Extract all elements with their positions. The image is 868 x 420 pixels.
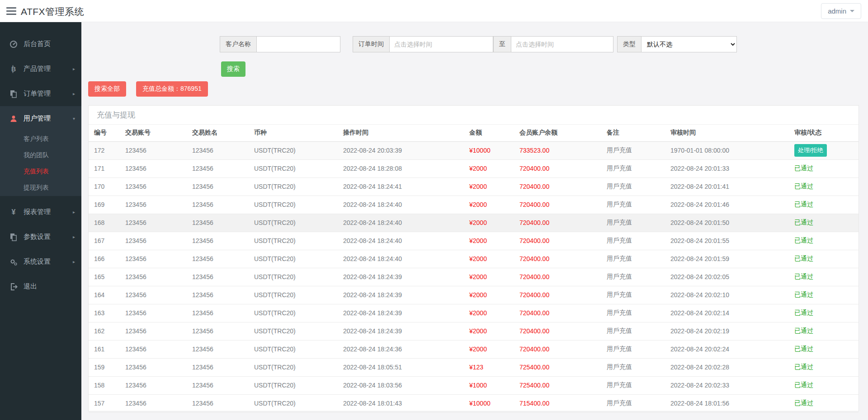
sidebar-item-dashboard[interactable]: 后台首页	[0, 32, 81, 56]
order-time-start-input[interactable]	[389, 36, 493, 52]
table-header-cell: 币种	[249, 125, 338, 141]
row-currency: USDT(TRC20)	[249, 196, 338, 214]
row-audit-time: 2022-08-24 20:02:33	[665, 376, 789, 394]
row-balance: 720400.00	[514, 286, 601, 304]
order-time-label: 订单时间	[353, 36, 390, 52]
submenu-item-label: 客户列表	[24, 135, 49, 143]
type-select[interactable]: 默认不选	[641, 36, 737, 52]
order-time-end-input[interactable]	[511, 36, 613, 52]
row-note: 用戶充值	[601, 286, 665, 304]
yen-icon: ¥	[9, 208, 19, 216]
table-header-cell: 操作时间	[338, 125, 464, 141]
row-currency: USDT(TRC20)	[249, 340, 338, 358]
recharge-total-button[interactable]: 充值总金额：876951	[136, 81, 208, 97]
status-text: 已通过	[794, 381, 813, 388]
type-label: 类型	[617, 36, 642, 52]
row-account: 123456	[120, 232, 187, 250]
row-currency: USDT(TRC20)	[249, 214, 338, 232]
table-header-cell: 交易姓名	[187, 125, 249, 141]
row-status-cell: 已通过	[789, 177, 859, 196]
table-row: 164123456123456USDT(TRC20)2022-08-24 18:…	[89, 286, 859, 304]
row-account: 123456	[120, 286, 187, 304]
submenu-item-label: 我的团队	[24, 151, 49, 159]
row-name: 123456	[187, 340, 249, 358]
row-status-cell: 已通过	[789, 358, 859, 376]
submenu-item-customer-list[interactable]: 客户列表	[0, 131, 81, 147]
table-header-cell: 金额	[464, 125, 514, 141]
row-audit-time: 1970-01-01 08:00:00	[665, 141, 789, 159]
dashboard-icon	[9, 40, 19, 48]
submenu-item-label: 充值列表	[24, 168, 49, 176]
search-button[interactable]: 搜索	[221, 61, 245, 77]
submenu-item-withdraw-list[interactable]: 提现列表	[0, 180, 81, 196]
row-op-time: 2022-08-24 18:24:41	[338, 177, 464, 196]
row-balance: 733523.00	[514, 141, 601, 159]
sidebar-item-params[interactable]: 参数设置 ▸	[0, 224, 81, 249]
row-account: 123456	[120, 159, 187, 177]
row-note: 用戶充值	[601, 376, 665, 394]
row-note: 用戶充值	[601, 394, 665, 412]
row-account: 123456	[120, 376, 187, 394]
sidebar-item-users[interactable]: 用户管理 ▾	[0, 106, 81, 131]
table-row: 162123456123456USDT(TRC20)2022-08-24 18:…	[89, 322, 859, 340]
row-note: 用戶充值	[601, 268, 665, 286]
row-op-time: 2022-08-24 18:24:40	[338, 250, 464, 268]
row-id: 166	[89, 250, 120, 268]
status-text: 已通过	[794, 363, 813, 370]
status-text: 已通过	[794, 255, 813, 262]
status-text: 已通过	[794, 399, 813, 406]
sidebar-item-system[interactable]: 系统设置 ▸	[0, 249, 81, 274]
chevron-right-icon: ▸	[73, 259, 75, 264]
row-op-time: 2022-08-24 18:03:56	[338, 376, 464, 394]
row-balance: 720400.00	[514, 214, 601, 232]
row-status-cell: 已通过	[789, 232, 859, 250]
row-status-cell: 已通过	[789, 286, 859, 304]
row-note: 用戶充值	[601, 304, 665, 322]
sidebar: 后台首页 B 产品管理 ▸ 订单管理 ▸ 用户管理 ▾ 客户列表 我的团队 充值…	[0, 22, 81, 420]
row-note: 用戶充值	[601, 250, 665, 268]
table-header-cell: 交易账号	[120, 125, 187, 141]
row-name: 123456	[187, 394, 249, 412]
sidebar-item-reports[interactable]: ¥ 报表管理 ▸	[0, 200, 81, 224]
sidebar-item-label: 系统设置	[24, 257, 51, 266]
hamburger-menu-icon[interactable]	[6, 7, 16, 15]
row-name: 123456	[187, 159, 249, 177]
row-audit-time: 2022-08-24 20:02:14	[665, 304, 789, 322]
row-amount: ¥2000	[464, 304, 514, 322]
status-text: 已通过	[794, 273, 813, 280]
submenu-item-recharge-list[interactable]: 充值列表	[0, 163, 81, 180]
row-name: 123456	[187, 322, 249, 340]
status-text: 已通过	[794, 237, 813, 244]
row-amount: ¥2000	[464, 159, 514, 177]
row-currency: USDT(TRC20)	[249, 286, 338, 304]
row-id: 167	[89, 232, 120, 250]
main-content: 客户名称 订单时间 至 类型 默认不选 搜索 搜索全部 充值总金额：876951…	[81, 22, 868, 420]
row-op-time: 2022-08-24 18:24:39	[338, 268, 464, 286]
sidebar-item-orders[interactable]: 订单管理 ▸	[0, 81, 81, 106]
sidebar-item-logout[interactable]: 退出	[0, 274, 81, 299]
status-text: 已通过	[794, 345, 813, 352]
row-op-time: 2022-08-24 18:28:08	[338, 159, 464, 177]
row-name: 123456	[187, 286, 249, 304]
row-amount: ¥2000	[464, 340, 514, 358]
status-action-button[interactable]: 处理/拒绝	[794, 144, 827, 157]
row-name: 123456	[187, 141, 249, 159]
admin-dropdown[interactable]: admin	[821, 3, 861, 19]
row-op-time: 2022-08-24 18:24:40	[338, 214, 464, 232]
sidebar-item-label: 参数设置	[24, 233, 51, 241]
row-op-time: 2022-08-24 18:24:40	[338, 232, 464, 250]
search-all-button[interactable]: 搜索全部	[88, 81, 126, 97]
row-op-time: 2022-08-24 18:24:40	[338, 196, 464, 214]
row-currency: USDT(TRC20)	[249, 358, 338, 376]
sidebar-item-products[interactable]: B 产品管理 ▸	[0, 56, 81, 81]
row-audit-time: 2022-08-24 20:01:50	[665, 214, 789, 232]
data-table: 编号交易账号交易姓名币种操作时间金额会员账户余额备注审核时间审核/状态 1721…	[89, 125, 859, 413]
row-id: 162	[89, 322, 120, 340]
row-id: 159	[89, 358, 120, 376]
submenu-item-my-team[interactable]: 我的团队	[0, 147, 81, 163]
sidebar-item-label: 退出	[24, 282, 37, 291]
customer-name-input[interactable]	[256, 36, 340, 52]
row-amount: ¥2000	[464, 268, 514, 286]
table-header-row: 编号交易账号交易姓名币种操作时间金额会员账户余额备注审核时间审核/状态	[89, 125, 859, 141]
row-amount: ¥123	[464, 358, 514, 376]
